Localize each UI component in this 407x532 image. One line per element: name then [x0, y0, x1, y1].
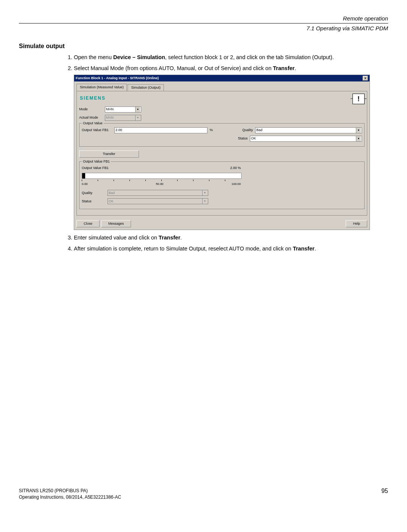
close-icon[interactable]: X — [363, 76, 368, 81]
status-readonly: OK▾ — [108, 198, 208, 204]
bar-value: 2.00 % — [230, 166, 241, 171]
scale-max: 100.00 — [232, 182, 241, 186]
transfer-button[interactable]: Transfer — [79, 150, 139, 158]
scale-mid: 50.00 — [156, 182, 164, 186]
step-2: Select Manual Mode (from options AUTO, M… — [74, 64, 388, 230]
chevron-down-icon: ▾ — [202, 199, 207, 204]
status-label: Status — [225, 136, 248, 141]
chevron-down-icon: ▾ — [356, 128, 361, 133]
output-value-input[interactable]: 2.00 — [114, 127, 207, 133]
chapter-title: Remote operation — [19, 15, 388, 23]
page-number: 95 — [381, 488, 388, 501]
quality-readonly: Bad▾ — [108, 190, 208, 196]
output-value-fb1-group: Output Value FB1 Output Value FB1 2.00 %… — [79, 161, 365, 210]
dialog-title: Function Block 1 - Analog Input - SITRAN… — [76, 76, 159, 81]
output-value-group: Output Value Output Value FB1 2.00 % Qua… — [79, 123, 365, 147]
quality-select[interactable]: Bad▾ — [255, 127, 362, 133]
quality-label: Quality — [230, 128, 253, 133]
scale-min: 0.00 — [82, 182, 88, 186]
section-title: 7.1 Operating via SIMATIC PDM — [19, 25, 388, 31]
close-button[interactable]: Close — [76, 220, 100, 227]
percent-label: % — [210, 128, 213, 133]
actual-mode-label: Actual Mode — [79, 115, 103, 120]
step-1: Open the menu Device – Simulation, selec… — [74, 53, 388, 61]
mode-select[interactable]: MAN▾ — [105, 106, 141, 113]
chevron-down-icon: ▾ — [202, 190, 207, 196]
chevron-down-icon: ▾ — [135, 107, 140, 112]
status-select[interactable]: OK▾ — [250, 136, 362, 142]
mode-label: Mode — [79, 107, 103, 112]
chevron-down-icon: ▾ — [135, 115, 140, 120]
bar-label: Output Value FB1 — [82, 166, 109, 171]
quality-ro-label: Quality — [82, 191, 105, 196]
brand-logo: SIEMENS — [80, 95, 365, 102]
output-value-fb1-label: Output Value FB1 — [82, 128, 112, 133]
page-title: Simulate output — [19, 43, 388, 50]
dialog-titlebar: Function Block 1 - Analog Input - SITRAN… — [74, 75, 370, 81]
tab-simulation-output[interactable]: Simulation (Output) — [128, 84, 164, 91]
footer-doc-info: SITRANS LR250 (PROFIBUS PA) Operating In… — [19, 488, 121, 501]
chevron-down-icon: ▾ — [356, 136, 361, 141]
warning-icon: ! — [352, 94, 365, 104]
help-button[interactable]: Help — [346, 220, 367, 227]
step-4: After simulation is complete, return to … — [74, 245, 388, 253]
messages-button[interactable]: Messages — [101, 220, 131, 227]
simulation-dialog: Function Block 1 - Analog Input - SITRAN… — [74, 75, 370, 230]
tab-measured-value[interactable]: Simulation (Measured Value) — [76, 84, 127, 91]
output-bar — [82, 173, 242, 179]
step-3: Enter simulated value and click on Trans… — [74, 234, 388, 242]
actual-mode-select: MAN▾ — [105, 115, 141, 121]
status-ro-label: Status — [82, 199, 105, 204]
